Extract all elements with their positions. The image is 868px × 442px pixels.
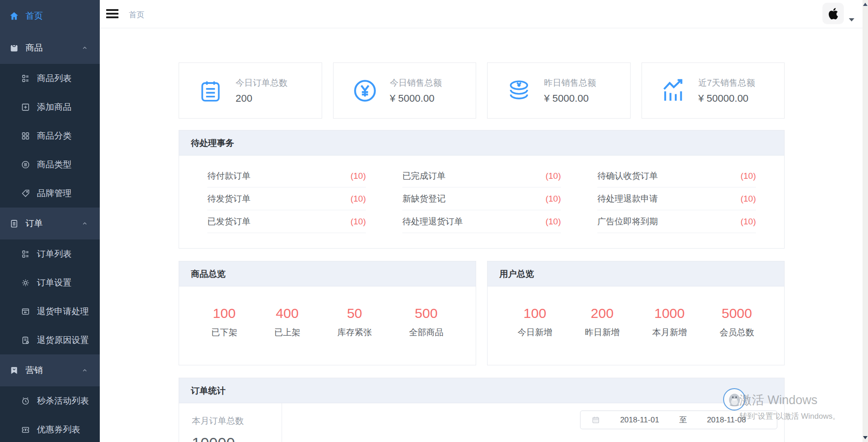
- sidebar-item-label: 商品列表: [37, 73, 72, 84]
- todo-label: 待处理退款申请: [597, 193, 658, 205]
- sidebar-item-add-product[interactable]: 添加商品: [0, 93, 100, 121]
- todo-count: (10): [350, 194, 366, 204]
- sidebar-submenu-product: 商品列表 添加商品 商品分类 商品类型 品牌管理: [0, 64, 100, 208]
- stat-card-label: 近7天销售总额: [699, 77, 755, 89]
- bookmark-icon: [9, 365, 19, 375]
- metric-value: 10000: [192, 434, 282, 442]
- tag-icon: [21, 188, 31, 198]
- overview-stat-on-shelf: 400 已上架: [274, 306, 300, 338]
- sidebar-item-label: 秒杀活动列表: [37, 395, 89, 407]
- sidebar-item-return-request[interactable]: 退货申请处理: [0, 297, 100, 326]
- product-overview-title: 商品总览: [179, 261, 476, 286]
- sidebar-submenu-marketing: 秒杀活动列表 优惠券列表: [0, 386, 100, 442]
- stat-card-label: 今日销售总额: [390, 77, 442, 89]
- user-overview-panel: 用户总览 100 今日新增 200 昨日新增 1000 本月新增: [487, 261, 785, 365]
- overview-stat-off-shelf: 100 已下架: [211, 306, 237, 338]
- avatar[interactable]: [822, 3, 844, 24]
- product-overview-panel: 商品总览 100 已下架 400 已上架 50 库存紧张 5: [179, 261, 476, 365]
- coupon-ticket-icon: [21, 425, 31, 435]
- todo-column: 待付款订单 (10) 待发货订单 (10) 已发货订单 (10): [207, 165, 366, 233]
- sidebar-item-label: 订单列表: [37, 248, 72, 260]
- todo-item-shipped[interactable]: 已发货订单 (10): [207, 210, 366, 233]
- todo-item-pending-refund[interactable]: 待处理退款申请 (10): [597, 187, 756, 210]
- stat-label: 已下架: [211, 327, 237, 338]
- sidebar-item-coupon-list[interactable]: 优惠券列表: [0, 415, 100, 442]
- sidebar-item-label: 订单设置: [37, 277, 72, 289]
- gear-icon: [21, 278, 31, 288]
- sidebar-group-order[interactable]: 订单: [0, 208, 100, 239]
- todo-label: 广告位即将到期: [597, 216, 658, 228]
- breadcrumb[interactable]: 首页: [129, 10, 144, 20]
- stat-value: 100: [211, 306, 237, 321]
- stat-card-label: 今日订单总数: [236, 77, 288, 89]
- todo-label: 新缺货登记: [402, 193, 446, 205]
- stat-card-week-sales: 近7天销售总额 ¥ 50000.00: [642, 62, 785, 119]
- todo-panel: 待处理事务 待付款订单 (10) 待发货订单 (10) 已发货订单 (10): [179, 130, 785, 249]
- sidebar-item-home[interactable]: 首页: [0, 0, 100, 32]
- todo-item-pending-return-order[interactable]: 待处理退货订单 (10): [402, 210, 561, 233]
- stat-card-value: ¥ 50000.00: [699, 93, 755, 104]
- todo-item-pending-receipt-confirm[interactable]: 待确认收货订单 (10): [597, 165, 756, 187]
- apple-logo-icon: [827, 7, 840, 21]
- overview-stat-total-members: 5000 会员总数: [719, 306, 754, 338]
- stat-value: 50: [337, 306, 372, 321]
- sidebar-item-brand-management[interactable]: 品牌管理: [0, 179, 100, 208]
- trend-chart-icon: [660, 78, 687, 104]
- stat-label: 全部商品: [409, 327, 443, 338]
- sidebar-item-product-type[interactable]: 商品类型: [0, 150, 100, 179]
- date-start-value[interactable]: 2018-11-01: [600, 416, 679, 425]
- sidebar-group-product[interactable]: 商品: [0, 32, 100, 64]
- calendar-icon: [591, 416, 600, 424]
- sidebar-item-label: 品牌管理: [37, 187, 72, 199]
- stat-card-label: 昨日销售总额: [544, 77, 596, 89]
- todo-item-pending-shipment[interactable]: 待发货订单 (10): [207, 187, 366, 210]
- todo-item-ad-expiring[interactable]: 广告位即将到期 (10): [597, 210, 756, 233]
- todo-count: (10): [740, 171, 756, 181]
- overview-stat-new-yesterday: 200 昨日新增: [585, 306, 620, 338]
- todo-panel-title: 待处理事务: [179, 130, 784, 156]
- todo-label: 已完成订单: [402, 170, 446, 182]
- todo-item-new-stockout[interactable]: 新缺货登记 (10): [402, 187, 561, 210]
- scrollbar-down-arrow-icon[interactable]: [863, 436, 868, 439]
- todo-count: (10): [545, 194, 561, 204]
- chevron-down-icon[interactable]: [849, 18, 854, 21]
- stat-value: 200: [585, 306, 620, 321]
- sidebar-item-product-category[interactable]: 商品分类: [0, 121, 100, 150]
- sidebar-group-marketing[interactable]: 营销: [0, 354, 100, 386]
- sidebar-item-return-reason-settings[interactable]: 退货原因设置: [0, 326, 100, 354]
- circle-list-icon: [21, 160, 31, 170]
- sidebar: 首页 商品 商品列表 添加商品 商品分类: [0, 0, 100, 442]
- sidebar-submenu-order: 订单列表 订单设置 退货申请处理 退货原因设置: [0, 239, 100, 354]
- sidebar-item-order-settings[interactable]: 订单设置: [0, 268, 100, 297]
- sidebar-item-label: 首页: [26, 10, 43, 22]
- stat-card-today-sales: 今日销售总额 ¥ 5000.00: [333, 62, 477, 119]
- order-clipboard-icon: [197, 78, 224, 104]
- qq-penguin-float-button[interactable]: [723, 388, 745, 411]
- stat-card-value: ¥ 5000.00: [544, 93, 596, 104]
- stat-label: 会员总数: [719, 327, 754, 338]
- vertical-scrollbar[interactable]: [863, 0, 868, 442]
- clipboard-gear-icon: [21, 335, 31, 345]
- sidebar-item-label: 商品类型: [37, 159, 72, 171]
- todo-count: (10): [545, 171, 561, 181]
- metric-label: 本月订单总数: [192, 415, 282, 427]
- sidebar-item-label: 商品分类: [37, 130, 72, 142]
- todo-item-completed[interactable]: 已完成订单 (10): [402, 165, 561, 187]
- sidebar-item-flash-sale-list[interactable]: 秒杀活动列表: [0, 386, 100, 415]
- home-icon: [9, 11, 19, 21]
- todo-item-pending-payment[interactable]: 待付款订单 (10): [207, 165, 366, 187]
- stat-label: 今日新增: [518, 327, 552, 338]
- user-overview-title: 用户总览: [488, 261, 784, 286]
- stat-value: 400: [274, 306, 300, 321]
- top-header: 首页: [100, 0, 868, 28]
- date-end-value[interactable]: 2018-11-08: [687, 416, 766, 425]
- sidebar-item-order-list[interactable]: 订单列表: [0, 239, 100, 268]
- sidebar-group-label: 订单: [26, 218, 43, 229]
- sidebar-group-label: 商品: [26, 42, 43, 54]
- sidebar-item-product-list[interactable]: 商品列表: [0, 64, 100, 93]
- todo-label: 待付款订单: [207, 170, 251, 182]
- date-range-picker[interactable]: 2018-11-01 至 2018-11-08: [580, 411, 777, 429]
- todo-count: (10): [350, 171, 366, 181]
- scrollbar-up-arrow-icon[interactable]: [863, 3, 868, 6]
- hamburger-menu-icon[interactable]: [106, 9, 118, 19]
